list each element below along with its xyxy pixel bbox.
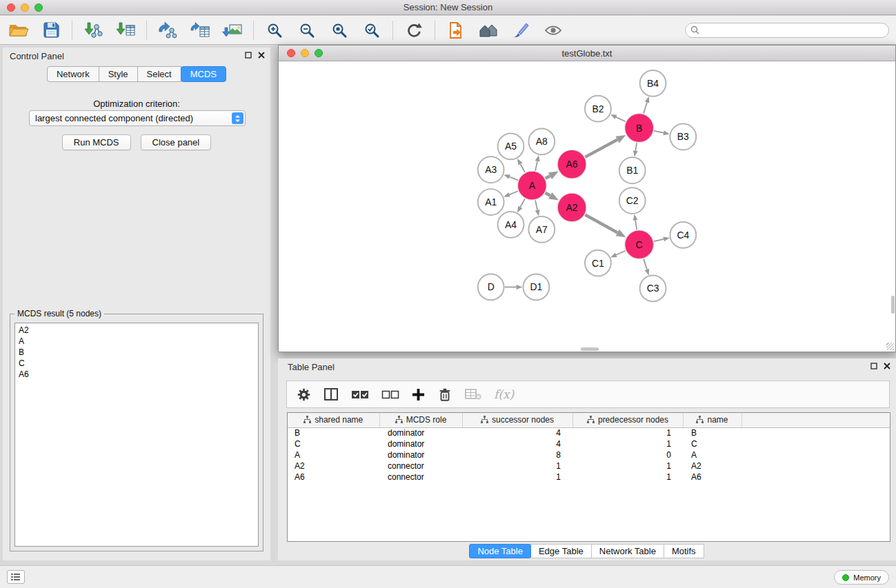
table-cell[interactable]: dominator <box>379 438 462 449</box>
zoom-in-icon[interactable] <box>263 19 286 41</box>
memory-button[interactable]: Memory <box>834 570 889 585</box>
table-cell[interactable]: B <box>683 427 741 438</box>
open-session-icon[interactable] <box>7 19 30 41</box>
graph-edge-B-B4[interactable] <box>644 102 647 113</box>
table-cell[interactable]: A2 <box>683 460 741 472</box>
graph-edge-A-A2[interactable] <box>546 193 550 196</box>
zoom-selected-icon[interactable] <box>360 19 384 41</box>
table-row[interactable]: Adominator80A <box>288 449 890 460</box>
graph-edge-A-A8[interactable] <box>535 161 537 171</box>
tab-network-table[interactable]: Network Table <box>591 544 664 558</box>
column-header-MCDS-role[interactable]: MCDS role <box>379 413 462 427</box>
graph-edge-C-C2[interactable] <box>635 221 637 230</box>
network-window-titlebar[interactable]: testGlobe.txt <box>279 45 895 61</box>
table-cell[interactable]: 1 <box>573 438 683 449</box>
table-row[interactable]: Bdominator41B <box>288 427 890 438</box>
table-cell[interactable]: connector <box>379 472 462 483</box>
graph-edge-B-B3[interactable] <box>654 131 664 133</box>
close-panel-button[interactable]: Close panel <box>141 134 212 150</box>
zoom-out-icon[interactable] <box>295 19 319 41</box>
run-mcds-button[interactable]: Run MCDS <box>62 134 131 150</box>
table-cell[interactable]: 0 <box>573 449 683 460</box>
table-row[interactable]: A6connector11A6 <box>288 472 890 483</box>
graph-edge-A-A1[interactable] <box>509 191 518 194</box>
table-cell[interactable]: 1 <box>573 427 683 438</box>
graph-edge-B-B1[interactable] <box>635 143 637 151</box>
horizontal-scrollbar-thumb[interactable] <box>581 347 599 351</box>
table-row[interactable]: Cdominator41C <box>288 438 890 449</box>
apply-layout-refresh-icon[interactable] <box>402 19 426 41</box>
show-hide-eye-icon[interactable] <box>541 19 565 41</box>
graph-edge-C-C4[interactable] <box>654 239 664 241</box>
column-header-successor-nodes[interactable]: successor nodes <box>462 413 573 427</box>
style-brush-icon[interactable] <box>509 19 532 41</box>
graph-edge-B-B2[interactable] <box>616 117 626 121</box>
table-cell[interactable]: C <box>683 438 741 449</box>
graph-edge-A-A7[interactable] <box>535 201 537 210</box>
criterion-select[interactable]: largest connected component (directed) <box>29 110 246 126</box>
close-panel-icon[interactable] <box>258 52 265 59</box>
delete-column-trash-icon[interactable] <box>437 387 452 403</box>
table-cell[interactable]: A <box>288 449 379 460</box>
table-cell[interactable]: A6 <box>288 472 379 483</box>
graph-edge-C-C1[interactable] <box>616 251 625 255</box>
mcds-result-item[interactable]: A <box>19 336 255 347</box>
float-table-panel-icon[interactable] <box>870 363 877 369</box>
deselect-all-rows-icon[interactable] <box>381 388 399 401</box>
float-panel-icon[interactable] <box>245 52 252 59</box>
graph-edge-A-A5[interactable] <box>520 164 525 172</box>
table-cell[interactable]: 1 <box>462 460 573 472</box>
export-table-icon[interactable] <box>188 19 212 41</box>
mcds-result-item[interactable]: B <box>19 347 255 358</box>
tab-edge-table[interactable]: Edge Table <box>530 544 592 558</box>
import-network-icon[interactable] <box>81 19 105 41</box>
save-session-icon[interactable] <box>39 19 63 41</box>
graph-edge-A-A3[interactable] <box>510 177 518 181</box>
table-cell[interactable]: 4 <box>462 438 573 449</box>
tab-style[interactable]: Style <box>99 66 138 82</box>
table-cell[interactable]: A <box>683 449 741 460</box>
network-canvas[interactable]: B4B2BB3A5A8A6B1A3AC2A1A2A4A7C4CC1DD1C3 <box>279 61 895 352</box>
add-column-icon[interactable] <box>412 388 425 401</box>
table-cell[interactable]: B <box>288 427 379 438</box>
table-cell[interactable]: 4 <box>462 427 573 438</box>
mcds-result-item[interactable]: A6 <box>19 369 255 380</box>
graph-edge-C-C3[interactable] <box>644 259 647 270</box>
select-all-rows-icon[interactable] <box>351 388 369 401</box>
table-cell[interactable]: A2 <box>288 460 379 472</box>
export-image-icon[interactable] <box>221 19 244 41</box>
resize-grip[interactable] <box>886 343 894 350</box>
graph-edge-A6-B[interactable] <box>585 140 617 157</box>
export-network-icon[interactable] <box>156 19 179 41</box>
table-cell[interactable]: 1 <box>462 472 573 483</box>
table-cell[interactable]: A6 <box>683 472 741 483</box>
tab-mcds[interactable]: MCDS <box>181 66 226 82</box>
vertical-scrollbar-thumb[interactable] <box>891 296 895 314</box>
table-cell[interactable]: dominator <box>379 427 462 438</box>
home-icon[interactable] <box>477 19 500 41</box>
mcds-result-item[interactable]: A2 <box>19 325 255 336</box>
table-settings-gear-icon[interactable] <box>297 387 311 402</box>
table-cell[interactable]: 8 <box>462 449 573 460</box>
import-table-icon[interactable] <box>114 19 137 41</box>
close-table-panel-icon[interactable] <box>884 363 890 369</box>
mcds-result-item[interactable]: C <box>19 358 255 369</box>
tab-motifs[interactable]: Motifs <box>664 544 704 558</box>
table-cell[interactable]: 1 <box>573 472 683 483</box>
tab-network[interactable]: Network <box>47 66 99 82</box>
zoom-fit-icon[interactable] <box>328 19 351 41</box>
table-cell[interactable]: 1 <box>573 460 683 472</box>
search-input[interactable] <box>685 23 889 38</box>
graph-edge-A-A6[interactable] <box>546 176 550 179</box>
tab-select[interactable]: Select <box>137 66 181 82</box>
task-history-list-icon[interactable] <box>7 570 25 584</box>
table-cell[interactable]: C <box>288 438 379 449</box>
graph-edge-A2-C[interactable] <box>585 215 617 233</box>
table-cell[interactable]: connector <box>379 460 462 472</box>
mcds-result-list[interactable]: A2ABCA6 <box>14 323 259 547</box>
export-document-icon[interactable] <box>444 19 468 41</box>
network-graph[interactable]: B4B2BB3A5A8A6B1A3AC2A1A2A4A7C4CC1DD1C3 <box>279 61 895 352</box>
graph-edge-A-A4[interactable] <box>520 199 525 207</box>
show-columns-icon[interactable] <box>323 387 339 401</box>
column-header-name[interactable]: name <box>683 413 741 427</box>
